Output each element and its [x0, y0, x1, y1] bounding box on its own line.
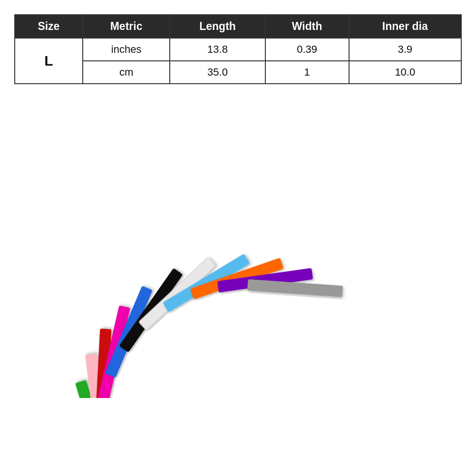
svg-rect-14 [247, 279, 343, 297]
inner-dia-cm: 10.0 [349, 61, 461, 84]
length-cm: 35.0 [170, 61, 265, 84]
header-inner-dia: Inner dia [349, 15, 461, 38]
width-cm: 1 [265, 61, 349, 84]
width-inches: 0.39 [265, 38, 349, 61]
header-size: Size [15, 15, 83, 38]
inner-dia-inches: 3.9 [349, 38, 461, 61]
page-container: Size Metric Length Width Inner dia L inc… [0, 0, 476, 476]
header-metric: Metric [83, 15, 170, 38]
svg-rect-8 [105, 286, 153, 378]
strips-svg [14, 94, 471, 398]
header-width: Width [265, 15, 349, 38]
metric-inches: inches [83, 38, 170, 61]
header-length: Length [170, 15, 265, 38]
specs-table: Size Metric Length Width Inner dia L inc… [14, 14, 462, 84]
table-section: Size Metric Length Width Inner dia L inc… [14, 14, 462, 84]
fan-section [14, 94, 462, 398]
length-inches: 13.8 [170, 38, 265, 61]
metric-cm: cm [83, 61, 170, 84]
size-value: L [15, 38, 83, 84]
